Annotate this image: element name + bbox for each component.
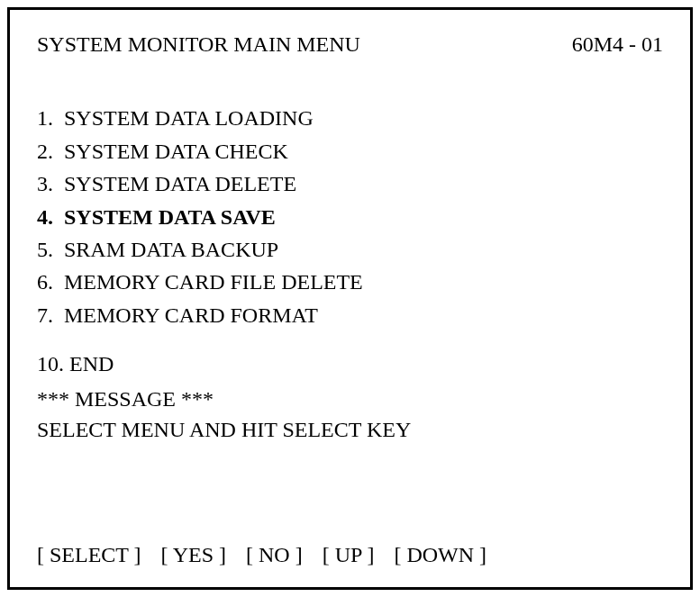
- menu-item-number: 7.: [37, 301, 57, 330]
- menu-list: 1. SYSTEM DATA LOADING 2. SYSTEM DATA CH…: [37, 104, 663, 333]
- screen-title: SYSTEM MONITOR MAIN MENU: [37, 30, 360, 59]
- screen-code: 60M4 - 01: [572, 30, 663, 59]
- select-button[interactable]: [ SELECT ]: [37, 540, 141, 569]
- menu-item-label: SYSTEM DATA CHECK: [64, 137, 288, 166]
- menu-item-label: SYSTEM DATA SAVE: [64, 203, 276, 231]
- menu-item-number: 2.: [37, 137, 57, 166]
- message-block: *** MESSAGE *** SELECT MENU AND HIT SELE…: [37, 384, 663, 445]
- menu-item-number: 4.: [37, 203, 57, 231]
- menu-item-label: SYSTEM DATA LOADING: [64, 104, 314, 132]
- menu-item-number: 1.: [37, 104, 57, 132]
- menu-item-system-data-save[interactable]: 4. SYSTEM DATA SAVE: [37, 203, 663, 231]
- menu-item-system-data-check[interactable]: 2. SYSTEM DATA CHECK: [37, 137, 663, 166]
- menu-item-number: 5.: [37, 235, 57, 264]
- no-button[interactable]: [ NO ]: [246, 540, 303, 569]
- menu-item-end[interactable]: 10. END: [37, 349, 663, 378]
- message-text: SELECT MENU AND HIT SELECT KEY: [37, 415, 663, 444]
- header-row: SYSTEM MONITOR MAIN MENU 60M4 - 01: [37, 30, 663, 59]
- menu-item-memory-card-format[interactable]: 7. MEMORY CARD FORMAT: [37, 301, 663, 330]
- yes-button[interactable]: [ YES ]: [161, 540, 226, 569]
- menu-item-sram-data-backup[interactable]: 5. SRAM DATA BACKUP: [37, 235, 663, 264]
- menu-item-label: MEMORY CARD FILE DELETE: [64, 267, 363, 296]
- menu-item-label: SYSTEM DATA DELETE: [64, 169, 296, 198]
- button-row: [ SELECT ] [ YES ] [ NO ] [ UP ] [ DOWN …: [37, 540, 663, 569]
- menu-item-label: SRAM DATA BACKUP: [64, 235, 278, 264]
- system-monitor-screen: SYSTEM MONITOR MAIN MENU 60M4 - 01 1. SY…: [7, 7, 693, 590]
- up-button[interactable]: [ UP ]: [323, 540, 375, 569]
- menu-item-number: 6.: [37, 267, 57, 296]
- menu-item-number: 10.: [37, 349, 64, 378]
- menu-item-system-data-delete[interactable]: 3. SYSTEM DATA DELETE: [37, 169, 663, 198]
- menu-item-memory-card-file-delete[interactable]: 6. MEMORY CARD FILE DELETE: [37, 267, 663, 296]
- down-button[interactable]: [ DOWN ]: [394, 540, 486, 569]
- message-header: *** MESSAGE ***: [37, 384, 663, 413]
- menu-item-number: 3.: [37, 169, 57, 198]
- menu-item-label: END: [69, 349, 114, 378]
- menu-item-label: MEMORY CARD FORMAT: [64, 301, 318, 330]
- menu-item-system-data-loading[interactable]: 1. SYSTEM DATA LOADING: [37, 104, 663, 132]
